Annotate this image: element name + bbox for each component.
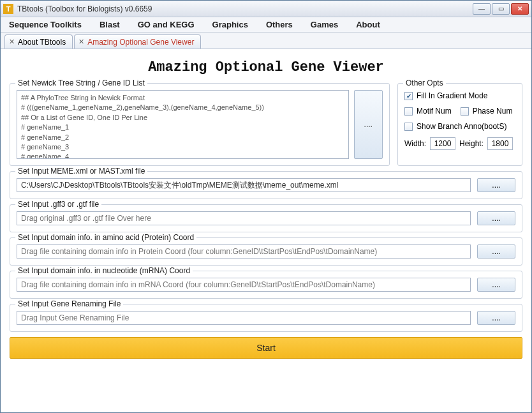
checkbox-label: Phase Num	[473, 107, 513, 116]
newick-panel: Set Newick Tree String / Gene ID List ..…	[10, 83, 390, 166]
newick-browse-button[interactable]: ....	[354, 90, 383, 159]
meme-file-input[interactable]	[17, 178, 471, 192]
checkbox-icon	[461, 107, 469, 116]
branch-anno-checkbox[interactable]: Show Branch Anno(bootS)	[404, 122, 515, 131]
gff-file-panel: Set Input .gff3 or .gtf file ....	[10, 204, 522, 232]
other-opts-panel: Other Opts ✔ Fill In Gradient Mode Motif…	[397, 83, 522, 166]
ellipsis-icon: ....	[492, 313, 500, 322]
width-input[interactable]	[430, 137, 455, 150]
other-opts-legend: Other Opts	[403, 79, 446, 87]
rename-file-input[interactable]	[17, 311, 471, 325]
menu-sequence-toolkits[interactable]: Sequence Toolkits	[7, 19, 84, 31]
file-legend: Set Input Gene Renaming File	[15, 299, 123, 308]
titlebar[interactable]: T TBtools (Toolbox for Biologists) v0.66…	[1, 1, 531, 17]
phase-num-checkbox[interactable]: Phase Num	[461, 107, 513, 116]
browse-button[interactable]: ....	[477, 278, 515, 292]
tab-close-icon[interactable]: ✕	[78, 38, 84, 46]
tab-label: About TBtools	[18, 38, 66, 47]
checkbox-icon: ✔	[404, 92, 413, 100]
mrna-domain-panel: Set Input domain info. in nucleotide (mR…	[10, 271, 522, 299]
ellipsis-icon: ....	[492, 181, 500, 190]
ellipsis-icon: ....	[492, 280, 500, 289]
app-window: T TBtools (Toolbox for Biologists) v0.66…	[0, 0, 532, 413]
tab-about[interactable]: ✕ About TBtools	[4, 34, 73, 49]
app-icon: T	[3, 4, 13, 14]
browse-button[interactable]: ....	[477, 311, 515, 325]
checkbox-icon	[404, 107, 413, 116]
tabstrip: ✕ About TBtools ✕ Amazing Optional Gene …	[1, 33, 531, 49]
gff-file-input[interactable]	[17, 211, 471, 225]
newick-textarea[interactable]	[17, 90, 349, 159]
close-icon: ✕	[517, 5, 522, 12]
menu-blast[interactable]: Blast	[98, 19, 122, 31]
window-controls: — ▭ ✕	[473, 3, 529, 15]
close-button[interactable]: ✕	[511, 3, 529, 15]
tab-gene-viewer[interactable]: ✕ Amazing Optional Gene Viewer	[74, 34, 201, 49]
menu-graphics[interactable]: Graphics	[211, 19, 250, 31]
menu-games[interactable]: Games	[309, 19, 340, 31]
checkbox-label: Motif Num	[417, 107, 452, 116]
maximize-icon: ▭	[498, 5, 504, 12]
checkbox-label: Show Branch Anno(bootS)	[417, 122, 506, 131]
ellipsis-icon: ....	[492, 214, 500, 223]
height-label: Height:	[459, 139, 484, 148]
file-legend: Set Input MEME.xml or MAST.xml file	[15, 167, 147, 176]
menu-others[interactable]: Others	[264, 19, 295, 31]
menu-about[interactable]: About	[354, 19, 382, 31]
menubar: Sequence Toolkits Blast GO and KEGG Grap…	[1, 17, 531, 33]
ellipsis-icon: ....	[364, 120, 373, 129]
minimize-icon: —	[478, 5, 485, 12]
checkbox-icon	[404, 123, 413, 131]
start-button-label: Start	[256, 343, 276, 353]
file-legend: Set Input .gff3 or .gtf file	[15, 200, 101, 209]
browse-button[interactable]: ....	[477, 244, 515, 259]
browse-button[interactable]: ....	[477, 211, 515, 225]
ellipsis-icon: ....	[492, 247, 500, 256]
fill-gradient-checkbox[interactable]: ✔ Fill In Gradient Mode	[404, 91, 515, 100]
tab-close-icon[interactable]: ✕	[9, 38, 15, 46]
mrna-domain-input[interactable]	[17, 278, 471, 292]
protein-domain-input[interactable]	[17, 244, 471, 259]
height-input[interactable]	[487, 137, 513, 150]
menu-go-kegg[interactable]: GO and KEGG	[136, 19, 196, 31]
width-label: Width:	[404, 139, 426, 148]
rename-file-panel: Set Input Gene Renaming File ....	[10, 304, 522, 332]
minimize-button[interactable]: —	[473, 3, 491, 15]
start-button[interactable]: Start	[10, 337, 522, 359]
file-legend: Set Input domain info. in amino acid (Pr…	[15, 233, 196, 242]
protein-domain-panel: Set Input domain info. in amino acid (Pr…	[10, 237, 522, 266]
browse-button[interactable]: ....	[477, 178, 515, 192]
tab-label: Amazing Optional Gene Viewer	[87, 38, 194, 47]
motif-num-checkbox[interactable]: Motif Num	[404, 107, 452, 116]
file-legend: Set Input domain info. in nucleotide (mR…	[15, 266, 193, 275]
content-area: Amazing Optional Gene Viewer Set Newick …	[1, 49, 531, 365]
window-title: TBtools (Toolbox for Biologists) v0.6659	[17, 4, 473, 13]
page-title: Amazing Optional Gene Viewer	[10, 59, 522, 75]
meme-file-panel: Set Input MEME.xml or MAST.xml file ....	[10, 171, 522, 199]
newick-legend: Set Newick Tree String / Gene ID List	[15, 79, 147, 87]
maximize-button[interactable]: ▭	[492, 3, 510, 15]
checkbox-label: Fill In Gradient Mode	[417, 91, 487, 100]
